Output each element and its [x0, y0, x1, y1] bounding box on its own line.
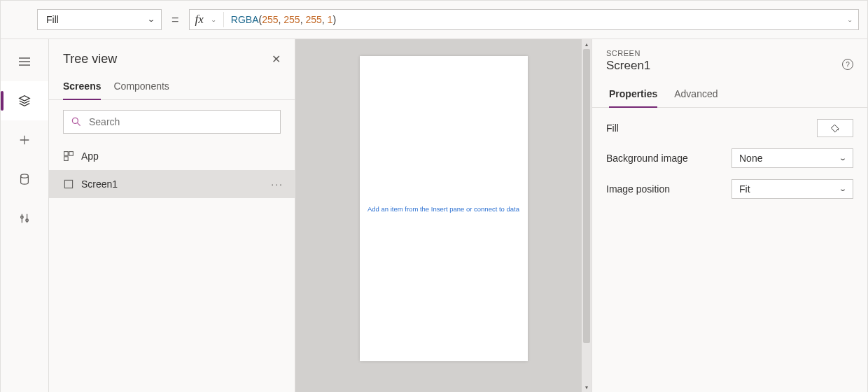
more-icon[interactable]: ···: [271, 178, 284, 190]
svg-rect-7: [64, 180, 72, 188]
tree-item-screen1[interactable]: Screen1 ···: [49, 170, 295, 198]
scrollbar-thumb[interactable]: [583, 49, 590, 343]
vertical-scrollbar[interactable]: ▴ ▾: [582, 39, 592, 392]
background-image-select[interactable]: None ⌄: [732, 148, 853, 168]
prop-label: Fill: [606, 122, 619, 134]
divider: [223, 12, 224, 27]
chevron-down-icon: ⌄: [839, 185, 847, 192]
properties-category: SCREEN: [606, 49, 853, 57]
tab-advanced[interactable]: Advanced: [674, 84, 718, 107]
fill-color-button[interactable]: [817, 119, 853, 137]
rail-insert-icon[interactable]: [1, 120, 48, 160]
scroll-down-arrow[interactable]: ▾: [582, 382, 592, 392]
property-dropdown-label: Fill: [46, 14, 59, 25]
search-icon: [71, 116, 82, 127]
search-field[interactable]: [89, 116, 273, 127]
rail-menu-icon[interactable]: [1, 42, 48, 81]
chevron-down-icon: ⌄: [839, 154, 847, 162]
properties-subject: Screen1: [606, 59, 853, 73]
property-dropdown[interactable]: Fill ⌄: [37, 9, 162, 30]
equals-sign: =: [169, 13, 182, 27]
tab-components[interactable]: Components: [113, 76, 169, 99]
help-icon[interactable]: ?: [842, 59, 853, 70]
app-icon: [63, 150, 74, 162]
rail-treeview-icon[interactable]: [1, 81, 48, 120]
paint-bucket-icon: [830, 123, 840, 133]
svg-point-0: [21, 174, 29, 178]
prop-row-fill: Fill: [606, 119, 853, 137]
rail-tools-icon[interactable]: [1, 199, 48, 238]
prop-label: Background image: [606, 153, 688, 164]
screen-canvas[interactable]: Add an item from the Insert pane or conn…: [360, 56, 528, 361]
canvas-hint: Add an item from the Insert pane or conn…: [368, 205, 519, 213]
chevron-down-icon[interactable]: ⌄: [211, 17, 216, 22]
formula-fn: RGBA: [231, 14, 259, 25]
canvas-area: Add an item from the Insert pane or conn…: [295, 39, 592, 392]
tab-screens[interactable]: Screens: [63, 76, 101, 100]
expand-formula-icon[interactable]: ⌄: [847, 17, 853, 22]
chevron-down-icon: ⌄: [147, 15, 155, 23]
formula-text: RGBA(255, 255, 255, 1): [231, 14, 336, 25]
prop-row-image-position: Image position Fit ⌄: [606, 179, 853, 199]
tree-list: App Screen1 ···: [49, 142, 295, 198]
formula-bar: Fill ⌄ = fx ⌄ RGBA(255, 255, 255, 1) ⌄: [0, 0, 868, 39]
prop-row-background-image: Background image None ⌄: [606, 148, 853, 168]
image-position-select[interactable]: Fit ⌄: [732, 179, 853, 199]
svg-rect-5: [69, 152, 74, 156]
tree-view-title: Tree view: [63, 52, 117, 66]
close-icon[interactable]: ✕: [272, 52, 281, 66]
tree-view-tabs: Screens Components: [49, 71, 295, 100]
tree-view-panel: Tree view ✕ Screens Components App Scree…: [49, 39, 295, 392]
formula-input[interactable]: fx ⌄ RGBA(255, 255, 255, 1) ⌄: [189, 9, 859, 30]
scroll-up-arrow[interactable]: ▴: [582, 39, 592, 49]
left-rail: [0, 39, 49, 392]
tree-item-label: Screen1: [81, 178, 118, 190]
properties-panel: SCREEN Screen1 ? Properties Advanced Fil…: [592, 39, 868, 392]
select-value: None: [739, 153, 762, 164]
svg-rect-6: [64, 157, 69, 161]
workspace: Tree view ✕ Screens Components App Scree…: [0, 39, 868, 392]
svg-rect-4: [64, 152, 69, 156]
prop-label: Image position: [606, 183, 670, 195]
svg-point-3: [72, 118, 78, 123]
rail-data-icon[interactable]: [1, 160, 48, 199]
fx-icon: fx: [195, 13, 204, 27]
tree-item-label: App: [81, 150, 99, 162]
tab-properties[interactable]: Properties: [609, 84, 657, 108]
tree-item-app[interactable]: App: [49, 142, 295, 170]
screen-icon: [63, 178, 74, 190]
select-value: Fit: [739, 183, 750, 195]
properties-tabs: Properties Advanced: [592, 77, 867, 108]
search-input[interactable]: [63, 110, 281, 134]
